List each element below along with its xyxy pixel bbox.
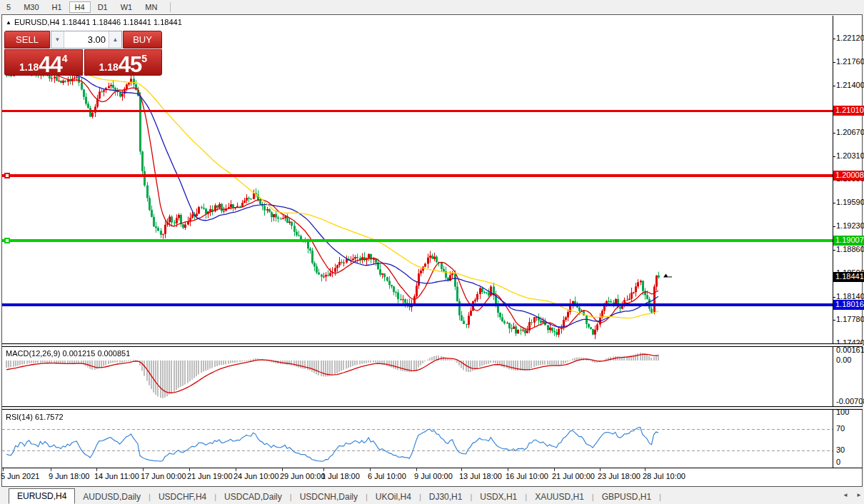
time-axis-label: 5 Jun 2021 bbox=[1, 472, 39, 480]
price-axis-label: 1.22120 bbox=[836, 34, 864, 42]
chart-title: ▲EURUSD,H4 1.18441 1.18446 1.18441 1.184… bbox=[6, 18, 182, 26]
buy-price-display[interactable]: 1.18455 bbox=[84, 49, 163, 76]
time-axis-tick bbox=[282, 468, 283, 471]
timeframe-button-MN[interactable]: MN bbox=[139, 1, 163, 13]
chart-tab-USDCHF-H4[interactable]: USDCHF,H4 bbox=[151, 490, 214, 504]
time-axis-tick bbox=[508, 468, 508, 471]
price-axis-tick bbox=[833, 203, 835, 203]
chart-tab-XAUUSD-H1[interactable]: XAUUSD,H1 bbox=[527, 490, 592, 504]
rsi-label: RSI(14) 61.7572 bbox=[6, 413, 64, 421]
sell-price-main: 44 bbox=[39, 54, 61, 75]
timeframe-toolbar: 5M30H1H4D1W1MN bbox=[0, 0, 864, 14]
price-axis-tick bbox=[833, 86, 835, 86]
price-badge-1.18441: 1.18441 bbox=[833, 272, 864, 282]
time-axis-label: 21 Jun 19:00 bbox=[187, 472, 233, 480]
pane-splitter-macd[interactable] bbox=[2, 343, 863, 347]
buy-price-main: 45 bbox=[119, 54, 141, 75]
volume-decrease-button[interactable]: ▼ bbox=[51, 31, 64, 48]
time-axis-label: 29 Jun 00:00 bbox=[280, 472, 326, 480]
mt4-app-window: 5M30H1H4D1W1MN ▲EURUSD,H4 1.18441 1.1844… bbox=[0, 0, 864, 504]
time-axis-label: 17 Jun 00:00 bbox=[141, 472, 186, 480]
time-axis-label: 13 Jul 18:00 bbox=[459, 472, 502, 480]
time-axis-label: 24 Jun 10:00 bbox=[233, 472, 279, 480]
price-axis-tick bbox=[833, 133, 835, 133]
price-badge-1.19007: 1.19007 bbox=[833, 236, 864, 246]
time-axis-label: 21 Jul 00:00 bbox=[552, 472, 595, 480]
price-axis-label: 1.21400 bbox=[836, 81, 864, 89]
time-axis-label: 9 Jun 18:00 bbox=[49, 472, 90, 480]
price-badge-1.21010: 1.21010 bbox=[833, 106, 864, 116]
tab-scroll-right-icon[interactable]: ► bbox=[856, 492, 862, 498]
price-axis-label: 1.20670 bbox=[836, 128, 864, 136]
time-axis-label: 23 Jul 18:00 bbox=[598, 472, 641, 480]
indicator-axis-label: 0 bbox=[836, 458, 840, 466]
price-axis-label: 1.21760 bbox=[836, 57, 864, 66]
timeframe-button-M30[interactable]: M30 bbox=[18, 1, 44, 13]
chart-tab-GBPUSD-H1[interactable]: GBPUSD,H1 bbox=[594, 490, 659, 504]
sell-price-display[interactable]: 1.18444 bbox=[4, 49, 83, 76]
one-click-trade-panel: SELL ▼ ▲ BUY 1.18444 1.18455 bbox=[4, 31, 162, 76]
time-axis-tick bbox=[51, 468, 51, 471]
price-axis-tick bbox=[833, 156, 835, 157]
timeframe-button-W1[interactable]: W1 bbox=[115, 1, 139, 13]
time-axis-tick bbox=[236, 468, 236, 471]
price-axis-label: 1.19590 bbox=[836, 198, 864, 206]
time-axis-divider bbox=[2, 468, 863, 468]
indicator-axis-label: 0.00 bbox=[836, 356, 851, 364]
indicator-axis-label: 70 bbox=[836, 424, 845, 433]
chart-tab-bar: EURUSD,H4AUDUSD,Daily|USDCHF,H4|USDCAD,D… bbox=[0, 487, 864, 504]
volume-increase-button[interactable]: ▲ bbox=[109, 31, 121, 48]
price-badge-1.18016: 1.18016 bbox=[833, 300, 864, 310]
buy-button[interactable]: BUY bbox=[123, 31, 162, 49]
price-axis-tick bbox=[833, 226, 835, 227]
chart-tab-USDX-H1[interactable]: USDX,H1 bbox=[472, 490, 525, 504]
price-badge-1.20008: 1.20008 bbox=[833, 171, 864, 181]
tab-separator: | bbox=[659, 490, 661, 504]
price-axis-label: 1.20310 bbox=[836, 151, 864, 160]
time-axis-tick bbox=[554, 468, 555, 471]
collapse-triangle-icon[interactable]: ▲ bbox=[6, 19, 11, 26]
time-axis-label: 16 Jul 10:00 bbox=[506, 472, 548, 480]
timeframe-button-D1[interactable]: D1 bbox=[92, 1, 114, 13]
time-axis-label: 14 Jun 11:00 bbox=[94, 472, 139, 480]
time-axis-tick bbox=[370, 468, 371, 471]
chart-tab-USDCAD-Daily[interactable]: USDCAD,Daily bbox=[216, 490, 290, 504]
macd-label: MACD(12,26,9) 0.001215 0.000851 bbox=[6, 349, 130, 358]
time-axis-label: 9 Jul 00:00 bbox=[414, 472, 453, 480]
chart-tab-AUDUSD-Daily[interactable]: AUDUSD,Daily bbox=[75, 490, 149, 504]
sell-button[interactable]: SELL bbox=[4, 31, 50, 49]
timeframe-button-H1[interactable]: H1 bbox=[46, 1, 68, 13]
indicator-axis-label: 30 bbox=[836, 445, 845, 454]
chart-tab-UKOil-H4[interactable]: UKOil,H4 bbox=[368, 490, 419, 504]
chart-tab-USDCNH-Daily[interactable]: USDCNH,Daily bbox=[292, 490, 366, 504]
chart-tab-DJ30-H1[interactable]: DJ30,H1 bbox=[421, 490, 471, 504]
price-axis-tick bbox=[833, 62, 835, 63]
price-axis-tick bbox=[833, 250, 835, 251]
buy-price-sup: 5 bbox=[141, 54, 147, 64]
time-axis-tick bbox=[600, 468, 601, 471]
tab-scroll-left-icon[interactable]: ◄ bbox=[843, 492, 848, 498]
time-axis-label: 1 Jul 18:00 bbox=[321, 472, 360, 480]
chart-tab-EURUSD-H4[interactable]: EURUSD,H4 bbox=[9, 488, 75, 504]
price-axis-tick bbox=[833, 297, 835, 298]
price-axis-tick bbox=[833, 39, 835, 39]
price-axis-tick bbox=[833, 320, 835, 321]
time-axis-label: 6 Jul 10:00 bbox=[368, 472, 406, 480]
pane-splitter-rsi[interactable] bbox=[2, 406, 863, 410]
price-axis-label: 1.18860 bbox=[836, 245, 864, 253]
price-axis-label: 1.17780 bbox=[836, 315, 864, 323]
volume-input[interactable] bbox=[64, 31, 109, 48]
buy-price-prefix: 1.18 bbox=[99, 59, 118, 75]
indicator-axis-label: -0.007088 bbox=[836, 397, 864, 405]
timeframe-button-5[interactable]: 5 bbox=[1, 1, 16, 13]
time-axis-tick bbox=[323, 468, 324, 471]
sell-price-prefix: 1.18 bbox=[19, 59, 39, 75]
rsi-indicator-canvas[interactable] bbox=[2, 410, 833, 468]
time-axis-tick bbox=[461, 468, 462, 471]
time-axis-tick bbox=[416, 468, 417, 471]
time-axis-tick bbox=[645, 468, 646, 471]
time-axis-tick bbox=[96, 468, 97, 471]
timeframe-button-H4[interactable]: H4 bbox=[69, 1, 91, 13]
sell-price-sup: 4 bbox=[62, 54, 68, 64]
chart-title-text: EURUSD,H4 1.18441 1.18446 1.18441 1.1844… bbox=[14, 18, 182, 26]
